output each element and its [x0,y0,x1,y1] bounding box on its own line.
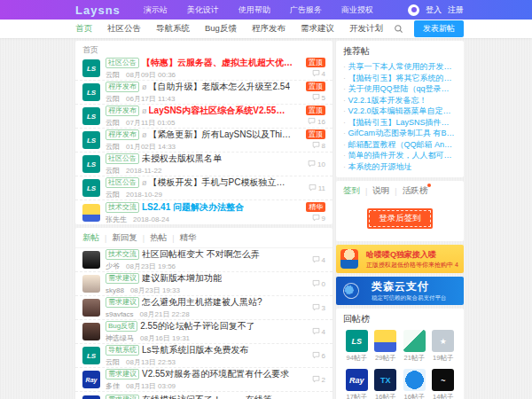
topnav-item[interactable]: 广告服务 [290,4,322,16]
recommend-link[interactable]: V2.2.0版本编辑器菜单自定义方法 [343,106,457,117]
post-row[interactable]: 需求建议建议新版本增加功能sky8808月23日 19:330 [75,272,332,296]
post-category-tag[interactable]: 需求建议 [106,395,139,399]
recommend-link[interactable]: GifCam动态图录制工具 有BUG用此软件录制好动... [343,128,457,139]
post-row[interactable]: 技术交流LS2.41 问题解决办法整合张先生2018-08-24精华9 [75,200,332,224]
recommend-link[interactable]: 关于使用QQ登陆（qq登录）网站的接入方案 [343,83,457,95]
feed-tab[interactable]: 精华 [180,232,197,244]
post-row[interactable]: Ray需求建议在线模板访问不了！--------在线等 [75,392,332,399]
post-row[interactable]: 技术交流社区回帖框变大 不对啊怎么弄少爷08月23日 19:564 [75,248,332,272]
post-row[interactable]: 需求建议怎么避免用主机搭建被人黑站?s9avfacs08月21日 22:283 [75,296,332,320]
post-author[interactable]: s9avfacs [106,310,134,318]
post-category-tag[interactable]: 社区公告 [106,177,139,188]
post-title-link[interactable]: 2.55的论坛帖子评论回复不了 [140,320,254,332]
post-author[interactable]: 少爷 [106,262,120,270]
post-author[interactable]: 云阳 [106,119,120,127]
topnav-item[interactable]: 美化设计 [187,4,219,16]
post-row[interactable]: LS程序发布ø【自助升级】老版本怎么升级至2.54云阳06月17日 11:43置… [75,81,332,105]
post-row[interactable]: LS社区公告【特惠】云服务器、虚拟主机超大优惠放送云阳08月09日 00:36置… [75,57,332,81]
post-author[interactable]: 云阳 [106,167,120,175]
post-row[interactable]: LS导航系统Ls导航系统旧版本免费发布云阳08月13日 22:536 [75,344,332,368]
recommend-link[interactable]: 【抛砖引玉】将其它系统的数据导入到LaySNS [343,73,457,84]
post-title-link[interactable]: 【自助升级】老版本怎么升级至2.54 [149,81,290,93]
post-row[interactable]: Bug反馈2.55的论坛帖子评论回复不了神选绿马08月16日 19:314 [75,320,332,344]
topnav-item[interactable]: 演示站 [144,4,168,16]
post-title-link[interactable]: 在线模板访问不了！--------在线等 [142,394,272,399]
post-title-link[interactable]: Ls导航系统旧版本免费发布 [142,344,249,356]
post-title-link[interactable]: 【紧急更新】所有LaySNS以及ThinkPHP5的小伙伴请注意 [149,129,294,141]
rank-user[interactable]: ★19帖子 [430,330,458,363]
forum-section-link[interactable]: 社区公告 [107,23,141,35]
post-row[interactable]: Ray需求建议V2.55对服务器的环境配置有什么要求多佳08月13日 03:09… [75,368,332,392]
post-author[interactable]: 云阳 [106,95,120,103]
topnav-item[interactable]: 商业授权 [341,4,373,16]
signin-button[interactable]: 登录后签到 [367,208,433,229]
post-author[interactable]: 神选绿马 [106,334,134,342]
medal-icon[interactable] [408,4,419,16]
rank-user[interactable]: 29帖子 [372,330,400,363]
feed-tab[interactable]: 新回复 [112,232,137,244]
post-category-tag[interactable]: 需求建议 [106,369,139,379]
post-category-tag[interactable]: 程序发布 [106,82,139,92]
post-title-link[interactable]: 建议新版本增加功能 [142,272,222,285]
rank-user[interactable]: 21帖子 [401,330,428,363]
post-author[interactable]: 张先生 [106,215,127,223]
topnav-item[interactable]: 使用帮助 [239,4,270,16]
post-title-link[interactable]: V2.55对服务器的环境配置有什么要求 [142,368,289,380]
post-title-link[interactable]: 社区回帖框变大 不对啊怎么弄 [142,248,260,261]
forum-section-link[interactable]: 需求建议 [301,23,334,35]
forum-section-link[interactable]: 首页 [75,23,92,35]
new-post-button[interactable]: 发表新帖 [414,20,464,37]
post-title-link[interactable]: 【特惠】云服务器、虚拟主机超大优惠放送 [142,57,293,69]
post-title-link[interactable]: LS2.41 问题解决办法整合 [142,201,244,214]
recommend-link[interactable]: V2.2.1版本开发备忘！ [343,95,457,106]
post-author[interactable]: 多佳 [106,382,120,390]
signin-tab[interactable]: 活跃榜 [403,185,428,197]
post-category-tag[interactable]: 导航系统 [106,345,139,356]
feed-tab[interactable]: 热帖 [150,232,167,244]
post-row[interactable]: LS社区公告ø【模板开发】手机与PC模板独立开发云阳2018-10-2911 [75,176,332,200]
forum-section-link[interactable]: 导航系统 [156,23,190,35]
ad-banner-pay[interactable]: 类森云支付 稳定可信赖的聚合易支付平台 [336,277,464,305]
post-category-tag[interactable]: 程序发布 [106,129,139,140]
recommend-link[interactable]: 本系统的开源地址 [343,161,457,173]
post-author[interactable]: 云阳 [106,358,120,366]
post-category-tag[interactable]: 需求建议 [106,297,139,308]
post-title-link[interactable]: LaySNS内容社区综合系统V2.55正式版全网首发 [149,105,294,117]
rank-user[interactable]: LS94帖子 [343,330,371,363]
post-title-link[interactable]: 怎么避免用主机搭建被人黑站? [142,296,262,309]
post-category-tag[interactable]: 技术交流 [106,249,139,260]
post-category-tag[interactable]: 社区公告 [106,58,139,68]
post-category-tag[interactable]: 社区公告 [106,153,139,164]
post-author[interactable]: 云阳 [106,191,120,199]
post-title-link[interactable]: 未授权去版权黑名单 [142,153,222,165]
recommend-link[interactable]: 共享一下本人常使用的开发工具 [343,61,457,73]
post-row[interactable]: LS程序发布øLaySNS内容社区综合系统V2.55正式版全网首发云阳07月11… [75,105,332,129]
rank-user[interactable]: TX16帖子 [372,369,400,399]
site-logo[interactable]: Laysns [75,4,121,17]
forum-section-link[interactable]: 程序发布 [252,23,286,35]
signin-tab[interactable]: 说明 [372,185,389,197]
post-row[interactable]: LS社区公告未授权去版权黑名单云阳2018-11-2210 [75,153,332,176]
rank-user[interactable]: ~14帖子 [430,369,458,399]
post-author[interactable]: 云阳 [106,71,120,79]
register-link[interactable]: 注册 [448,4,464,16]
post-category-tag[interactable]: 程序发布 [106,106,139,116]
signin-tab[interactable]: 签到 [343,185,360,197]
post-row[interactable]: LS程序发布ø【紧急更新】所有LaySNS以及ThinkPHP5的小伙伴请注意云… [75,129,332,153]
feed-tab[interactable]: 新帖 [82,232,99,244]
post-author[interactable]: sky88 [106,286,124,294]
search-icon[interactable] [394,24,403,34]
post-category-tag[interactable]: 需求建议 [106,273,139,284]
post-author[interactable]: 云阳 [106,143,120,151]
rank-user[interactable]: 16帖子 [401,369,428,399]
post-category-tag[interactable]: Bug反馈 [106,321,137,332]
recommend-link[interactable]: 【抛砖引玉】LaySNS插件的使用与开发（不断完善... [343,117,457,129]
rank-user[interactable]: Ray17帖子 [343,369,371,399]
forum-section-link[interactable]: Bug反馈 [205,23,237,35]
recommend-link[interactable]: 邮箱配置教程（QQ邮箱 And 163邮箱） [343,139,457,151]
recommend-link[interactable]: 简单的插件开发，人人都可以做插件 [343,150,457,161]
forum-section-link[interactable]: 开发计划 [349,23,383,35]
login-link[interactable]: 登入 [426,4,442,16]
post-category-tag[interactable]: 技术交流 [106,202,139,213]
post-title-link[interactable]: 【模板开发】手机与PC模板独立开发 [149,176,294,189]
